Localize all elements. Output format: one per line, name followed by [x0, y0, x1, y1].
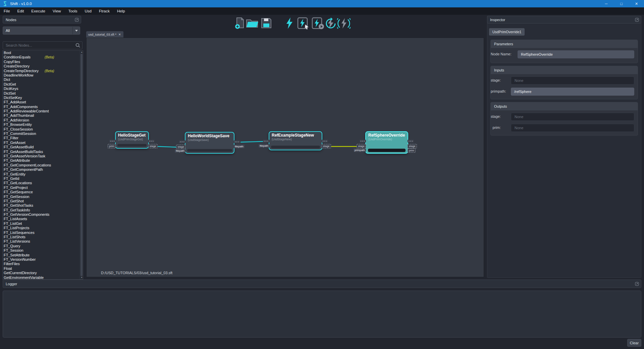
port-stage[interactable]: stage [148, 144, 158, 148]
menu-view[interactable]: View [49, 7, 65, 15]
node-list-item[interactable]: DictSetKey [3, 96, 83, 100]
menu-file[interactable]: File [0, 7, 14, 15]
node-list-item[interactable]: FT_GetAttribute [3, 158, 83, 163]
menu-tools[interactable]: Tools [65, 7, 81, 15]
port-prim[interactable]: prim [408, 148, 416, 153]
exec-port[interactable]: >>> [322, 140, 328, 143]
popout-icon[interactable] [635, 18, 639, 22]
port-stage[interactable]: stage [357, 144, 366, 148]
live-execute-icon[interactable] [337, 17, 351, 31]
node-list-item[interactable]: FT_GetProject [3, 186, 83, 190]
scroll-up-icon[interactable]: ▲ [80, 51, 83, 54]
node-list-item[interactable]: Bool [3, 51, 83, 55]
port-stage[interactable]: stage [322, 144, 331, 148]
popout-icon[interactable] [75, 18, 79, 22]
node-list-item[interactable]: FT_AddAsset [3, 100, 83, 104]
exec-port[interactable]: >>> [408, 140, 414, 143]
search-input[interactable] [3, 43, 75, 47]
open-file-icon[interactable] [246, 17, 259, 31]
port-filepath[interactable]: filepath [259, 144, 269, 148]
menu-usd[interactable]: Usd [81, 7, 95, 15]
node-list-item[interactable]: FT_CloseSession [3, 127, 83, 132]
minimize-button[interactable]: ─ [599, 0, 614, 7]
graph-node[interactable]: HelloWorldStageSave(UsdStageSave) [185, 132, 234, 154]
maximize-button[interactable]: □ [614, 0, 629, 7]
node-list-item[interactable]: FT_GetEntity [3, 172, 83, 177]
node-list-item[interactable]: FT_GetAsset [3, 141, 83, 145]
node-list-item[interactable]: FT_GetAssetBuild [3, 145, 83, 149]
close-button[interactable]: ✕ [629, 0, 644, 7]
node-list-item[interactable]: FT_ListGet [3, 221, 83, 226]
graph-node[interactable]: HelloStageGet(UsdPrimStageGet) [115, 131, 149, 149]
node-list-item[interactable]: FT_GetVersionComponents [3, 212, 83, 217]
popout-icon[interactable] [635, 282, 639, 286]
node-list-item[interactable]: FT_CommitSession [3, 132, 83, 136]
node-list-item[interactable]: FT_BrowseEntity [3, 122, 83, 127]
node-list-item[interactable]: FT_ListProjects [3, 226, 83, 230]
menu-ftrack[interactable]: Ftrack [95, 7, 113, 15]
menu-execute[interactable]: Execute [28, 7, 49, 15]
exec-port[interactable]: >>> [263, 140, 269, 143]
node-list-item[interactable]: FT_GetSequence [3, 190, 83, 194]
port-filepath[interactable]: filepath [234, 145, 245, 148]
node-list-item[interactable]: FT_GetSession [3, 195, 83, 199]
port-stage[interactable]: stage [408, 144, 417, 148]
node-list-item[interactable]: DictGet [3, 82, 83, 87]
graph-node[interactable]: RefExampleStageNew(UsdStageNew) [269, 131, 322, 150]
exec-port[interactable]: >>> [360, 140, 366, 143]
input-primpath-field[interactable]: /refSphere [511, 88, 634, 96]
port-stage[interactable]: stage [176, 145, 185, 149]
graph-node[interactable]: RefSphereOverride(UsdPrimOverride) [365, 131, 408, 154]
node-list-item[interactable]: GetEnvironmentVariable [3, 276, 83, 280]
node-list-item[interactable]: FT_AddThumbnail [3, 113, 83, 118]
re-execute-icon[interactable] [324, 17, 337, 31]
node-list-item[interactable]: Float [3, 266, 83, 271]
node-list-item[interactable]: CopyFiles [3, 60, 83, 64]
node-list-item[interactable]: FT_AddReviewableContent [3, 109, 83, 113]
menu-help[interactable]: Help [113, 7, 129, 15]
node-list-item[interactable]: FT_GetShot [3, 199, 83, 203]
execute-icon[interactable] [285, 17, 293, 31]
node-list-item[interactable]: FT_GetId [3, 177, 83, 181]
node-list-item[interactable]: FT_GetAssetVersionTask [3, 154, 83, 158]
node-name-field[interactable]: RefSphereOverride [518, 50, 634, 58]
node-list-item[interactable]: GetCurrentDirectory [3, 271, 83, 275]
node-list-item[interactable]: FT_ListVersions [3, 239, 83, 244]
exec-port[interactable]: >>> [109, 140, 116, 143]
clear-logger-button[interactable]: Clear [627, 339, 641, 347]
node-list-item[interactable]: DictKeys [3, 87, 83, 91]
execute-selected-icon[interactable] [297, 17, 310, 31]
node-list-item[interactable]: FT_VersionNumber [3, 257, 83, 262]
scroll-down-icon[interactable]: ▼ [80, 276, 83, 279]
node-list-item[interactable]: FT_AddVersion [3, 118, 83, 122]
node-list-item[interactable]: FT_Query [3, 244, 83, 248]
port-prim[interactable]: prim [108, 144, 116, 148]
node-list-item[interactable]: DeadlineWorkflow [3, 73, 83, 78]
execute-from-node-icon[interactable] [312, 17, 324, 31]
inspector-node-tab[interactable]: UsdPrimOverride1 [489, 28, 525, 36]
node-list-item[interactable]: FT_GetComponentLocations [3, 163, 83, 167]
node-list-item[interactable]: FT_GetLocations [3, 181, 83, 185]
new-file-icon[interactable] [234, 17, 247, 31]
node-list-item[interactable]: FT_GetTaskInfo [3, 208, 83, 212]
node-list-item[interactable]: ConditionEquals(Beta) [3, 55, 83, 59]
scrollbar-thumb[interactable] [80, 54, 83, 276]
node-list-item[interactable]: Dict [3, 78, 83, 82]
exec-port[interactable]: >>> [234, 140, 240, 143]
node-list-item[interactable]: CreateTempDirectory(Beta) [3, 69, 83, 73]
node-list-item[interactable]: CreateDirectory [3, 64, 83, 68]
node-list-item[interactable]: FT_GetComponentPath [3, 167, 83, 172]
exec-port[interactable]: >>> [179, 140, 185, 143]
node-list-item[interactable]: FT_ListAssets [3, 217, 83, 221]
port-primpath[interactable]: primpath [354, 148, 366, 152]
node-graph-canvas[interactable]: HelloStageGet(UsdPrimStageGet)>>>prim>>>… [86, 38, 484, 277]
node-list-item[interactable]: DictSet [3, 91, 83, 96]
node-list-item[interactable]: FT_GetShotTasks [3, 203, 83, 208]
node-list-item[interactable]: FT_ListShots [3, 235, 83, 239]
document-tab[interactable]: usd_tutorial_03.sft * ✕ [86, 31, 123, 38]
tab-close-icon[interactable]: ✕ [118, 33, 121, 36]
list-scrollbar[interactable]: ▲ ▼ [80, 51, 83, 279]
node-list-item[interactable]: FT_ListSequences [3, 231, 83, 235]
node-filter-dropdown[interactable]: All [3, 27, 80, 35]
node-list-item[interactable]: FT_SetAttribute [3, 253, 83, 257]
